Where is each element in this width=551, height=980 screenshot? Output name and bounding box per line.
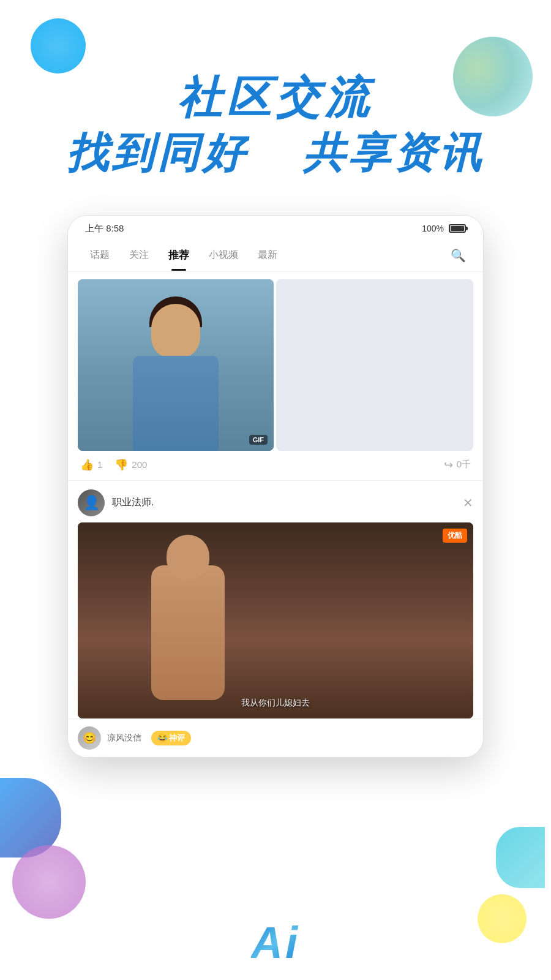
ai-label: Ai — [251, 918, 300, 967]
preview-badge: 😂神评 — [151, 731, 191, 745]
post-card-1: GIF 👍 1 👎 200 ↪ 0千 — [68, 272, 483, 481]
post-actions: 👍 1 👎 200 ↪ 0千 — [68, 451, 483, 481]
phone-wrapper: 上午 8:58 100% 话题 关注 推荐 小视频 最新 🔍 — [0, 209, 551, 758]
dislike-action[interactable]: 👎 200 — [114, 458, 147, 472]
dislike-icon: 👎 — [114, 458, 128, 472]
battery-percent: 100% — [422, 224, 444, 233]
post-avatar-2: 👤 — [78, 489, 105, 516]
hero-title-2-part1: 找到同好 — [67, 129, 248, 176]
status-time: 上午 8:58 — [85, 223, 124, 235]
police-uniform — [133, 356, 219, 451]
post-image-container: GIF — [68, 272, 483, 451]
share-action[interactable]: ↪ 0千 — [444, 458, 471, 472]
post-header-2: 👤 职业法师. ✕ — [78, 489, 473, 516]
tab-video[interactable]: 小视频 — [199, 240, 248, 270]
battery-icon — [449, 224, 466, 233]
police-face — [151, 304, 200, 359]
search-icon[interactable]: 🔍 — [446, 239, 471, 271]
share-count: 0千 — [457, 459, 471, 470]
decorative-blob-purple — [12, 845, 86, 919]
hero-title-2-part2: 共享资讯 — [303, 129, 484, 176]
video-thumbnail[interactable]: 优酷 我从你们儿媳妇去 — [78, 522, 473, 718]
dislike-count: 200 — [132, 459, 147, 470]
elderly-head — [167, 535, 209, 581]
decorative-blob-yellow — [478, 894, 527, 943]
post-username-2: 职业法师. — [112, 496, 154, 509]
share-icon: ↪ — [444, 458, 453, 472]
battery-fill — [451, 226, 464, 231]
hero-title-1: 社区交流 — [0, 74, 551, 122]
bottom-preview-bar: 😊 凉风没信 😂神评 — [68, 718, 483, 757]
status-right: 100% — [422, 224, 466, 233]
tab-recommend[interactable]: 推荐 — [159, 239, 199, 271]
tab-topic[interactable]: 话题 — [80, 240, 119, 270]
like-icon: 👍 — [80, 458, 94, 472]
like-action[interactable]: 👍 1 — [80, 458, 102, 472]
post-card-2: 👤 职业法师. ✕ 优酷 我从你们儿媳妇去 — [68, 481, 483, 718]
gif-badge: GIF — [249, 435, 268, 445]
tab-bar: 话题 关注 推荐 小视频 最新 🔍 — [68, 239, 483, 272]
status-bar: 上午 8:58 100% — [68, 216, 483, 239]
video-subtitle: 我从你们儿媳妇去 — [78, 698, 473, 709]
ai-label-section: Ai — [251, 918, 300, 968]
avatar-icon: 👤 — [83, 495, 100, 511]
phone-frame: 上午 8:58 100% 话题 关注 推荐 小视频 最新 🔍 — [67, 215, 484, 758]
hero-title-2: 找到同好 共享资讯 — [0, 128, 551, 178]
decorative-blob-teal-right — [496, 827, 545, 888]
preview-username: 凉风没信 — [107, 733, 141, 744]
hero-section: 社区交流 找到同好 共享资讯 — [0, 0, 551, 209]
elderly-scene-bg — [78, 522, 473, 718]
preview-avatar: 😊 — [78, 726, 101, 750]
content-area: GIF 👍 1 👎 200 ↪ 0千 — [68, 272, 483, 757]
badge-emoji: 😂 — [157, 733, 167, 742]
tab-follow[interactable]: 关注 — [119, 240, 159, 270]
elderly-figure — [151, 565, 225, 700]
tab-latest[interactable]: 最新 — [248, 240, 287, 270]
like-count: 1 — [97, 459, 102, 470]
close-button-2[interactable]: ✕ — [463, 496, 473, 510]
video-platform-badge: 优酷 — [443, 529, 467, 543]
post-image-left: GIF — [78, 279, 274, 451]
post-image-right — [276, 279, 473, 451]
